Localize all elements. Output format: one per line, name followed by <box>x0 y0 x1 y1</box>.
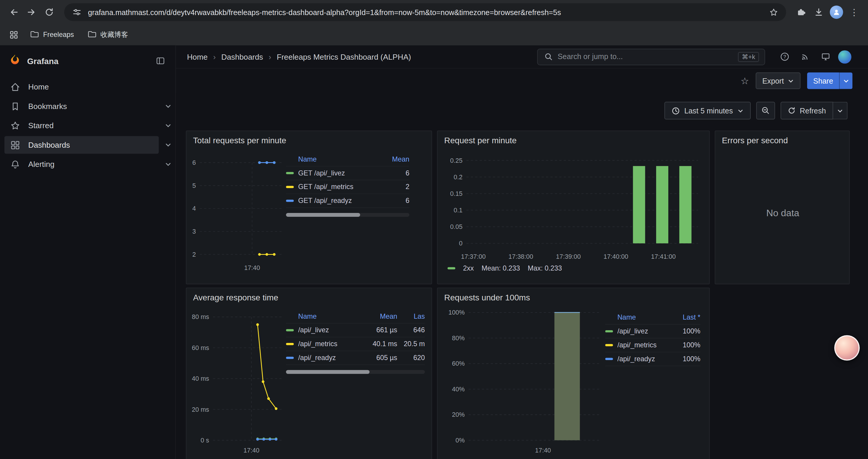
legend-series[interactable]: GET /api/_metrics <box>286 183 379 191</box>
share-button[interactable]: Share <box>807 72 839 89</box>
clock-icon <box>672 106 680 114</box>
grafana-sidebar: Grafana Home Bookmarks <box>0 45 176 459</box>
breadcrumb-home[interactable]: Home <box>187 52 208 61</box>
panel-title[interactable]: Request per minute <box>438 131 709 146</box>
legend-scrollbar[interactable] <box>286 213 409 217</box>
bookmark-star-icon[interactable] <box>767 6 779 18</box>
legend-header[interactable]: Mean <box>362 313 397 320</box>
browser-chrome: grafana.mathmast.com/d/deytv4rwavabkb/fr… <box>0 0 868 45</box>
svg-text:80 ms: 80 ms <box>192 314 209 321</box>
legend-value: 100% <box>670 355 701 363</box>
panel-title[interactable]: Requests under 100ms <box>438 288 709 303</box>
legend-series[interactable]: /api/_metrics <box>286 340 362 348</box>
star-icon <box>10 120 21 131</box>
address-bar[interactable]: grafana.mathmast.com/d/deytv4rwavabkb/fr… <box>64 3 786 21</box>
legend-header[interactable]: Name <box>286 155 379 163</box>
panel-title[interactable]: Errors per second <box>715 131 849 146</box>
breadcrumb-current: Freeleaps Metrics Dashboard (ALPHA) <box>277 52 411 61</box>
svg-text:17:37:00: 17:37:00 <box>461 253 486 260</box>
bookmark-folder-freeleaps[interactable]: Freeleaps <box>27 28 78 41</box>
search-input[interactable] <box>557 53 734 61</box>
chevron-down-icon[interactable] <box>161 122 176 129</box>
legend-series[interactable]: /api/_metrics <box>606 341 670 349</box>
breadcrumb-dashboards[interactable]: Dashboards <box>221 52 263 61</box>
user-avatar[interactable] <box>838 50 851 63</box>
bar-chart-requests-under-100ms[interactable]: 100%80%60%40%20%0%17:40 <box>443 303 603 457</box>
svg-text:0.15: 0.15 <box>450 190 463 197</box>
bar-chart-request-per-minute[interactable]: 0.250.20.150.10.05017:37:0017:38:0017:39… <box>443 146 703 263</box>
refresh-button[interactable]: Refresh <box>780 102 833 120</box>
legend-header[interactable]: Mean <box>379 155 409 163</box>
dashboards-grid-icon <box>10 140 21 150</box>
back-button[interactable] <box>6 4 22 21</box>
refresh-icon <box>788 107 795 114</box>
sidebar-item-label: Alerting <box>28 160 54 169</box>
svg-text:17:40: 17:40 <box>535 447 551 454</box>
legend-header[interactable]: Las <box>397 313 425 320</box>
legend-header[interactable]: Name <box>606 314 670 321</box>
dock-menu-icon[interactable] <box>155 56 166 66</box>
sidebar-item-starred[interactable]: Starred <box>0 116 176 135</box>
series-color-swatch <box>286 200 294 202</box>
legend-series[interactable]: /api/_readyz <box>286 354 362 362</box>
legend-value: 646 <box>397 326 425 334</box>
legend-series[interactable]: /api/_readyz <box>606 355 670 363</box>
reload-button[interactable] <box>41 4 58 21</box>
svg-text:60 ms: 60 ms <box>192 345 209 352</box>
legend-header[interactable]: Last * <box>670 314 701 321</box>
chevron-down-icon <box>837 107 843 114</box>
forward-button[interactable] <box>23 4 40 21</box>
time-range-label: Last 5 minutes <box>684 106 733 114</box>
legend-series[interactable]: 2xx <box>463 264 473 272</box>
sidebar-item-home[interactable]: Home <box>0 77 176 96</box>
apps-grid-icon[interactable] <box>8 29 20 41</box>
line-chart-response-time[interactable]: 80 ms60 ms40 ms20 ms0 s17:40 <box>192 303 286 457</box>
time-range-picker[interactable]: Last 5 minutes <box>664 102 751 120</box>
chevron-down-icon[interactable] <box>161 103 176 109</box>
extensions-icon[interactable] <box>793 4 809 21</box>
sidebar-item-bookmarks[interactable]: Bookmarks <box>0 97 176 116</box>
legend-series[interactable]: /api/_livez <box>606 328 670 335</box>
legend-series[interactable]: GET /api/_readyz <box>286 197 379 205</box>
svg-text:20 ms: 20 ms <box>192 406 209 413</box>
url-text[interactable]: grafana.mathmast.com/d/deytv4rwavabkb/fr… <box>88 8 763 16</box>
favorite-star-icon[interactable]: ☆ <box>741 75 749 87</box>
legend-series[interactable]: /api/_livez <box>286 326 362 334</box>
panel-title[interactable]: Total requests per minute <box>186 131 432 146</box>
monitor-icon[interactable] <box>818 49 833 64</box>
news-rss-icon[interactable] <box>797 49 812 64</box>
share-menu-caret[interactable] <box>839 72 852 89</box>
refresh-interval-caret[interactable] <box>833 102 848 120</box>
downloads-icon[interactable] <box>810 4 827 21</box>
legend-series[interactable]: GET /api/_livez <box>286 169 379 177</box>
profile-avatar[interactable] <box>828 4 845 21</box>
bookmark-folder-blogs[interactable]: 收藏博客 <box>84 28 131 41</box>
svg-text:?: ? <box>783 54 786 60</box>
search-box[interactable]: ⌘+k <box>537 48 765 65</box>
chevron-down-icon[interactable] <box>161 161 176 167</box>
folder-icon <box>87 30 97 40</box>
help-icon[interactable]: ? <box>777 49 792 64</box>
panel-request-per-minute: Request per minute 0.250.20.150.10.05017… <box>437 131 710 285</box>
legend-value: 605 µs <box>362 354 397 362</box>
zoom-out-button[interactable] <box>756 102 775 120</box>
top-header: Home › Dashboards › Freeleaps Metrics Da… <box>176 45 868 69</box>
menu-kebab-icon[interactable]: ⋮ <box>846 4 862 21</box>
sidebar-item-dashboards[interactable]: Dashboards <box>0 136 176 155</box>
export-button[interactable]: Export <box>756 72 801 89</box>
panel-title[interactable]: Average response time <box>186 288 432 303</box>
sidebar-item-alerting[interactable]: Alerting <box>0 155 176 174</box>
svg-text:0 s: 0 s <box>200 437 209 444</box>
legend-scrollbar[interactable] <box>286 370 425 374</box>
legend-value: 40.1 ms <box>362 340 397 348</box>
assistant-avatar[interactable] <box>834 335 860 361</box>
series-color-swatch <box>286 343 294 345</box>
grafana-logo[interactable] <box>9 54 21 68</box>
line-chart-total-requests[interactable]: 6543217:40 <box>192 146 286 274</box>
legend-scrollbar-thumb[interactable] <box>286 370 369 374</box>
chevron-down-icon[interactable] <box>161 141 176 148</box>
legend-header[interactable]: Name <box>286 313 362 320</box>
legend-scrollbar-thumb[interactable] <box>286 213 360 217</box>
series-color-swatch <box>606 344 613 346</box>
site-settings-icon[interactable] <box>71 6 83 18</box>
